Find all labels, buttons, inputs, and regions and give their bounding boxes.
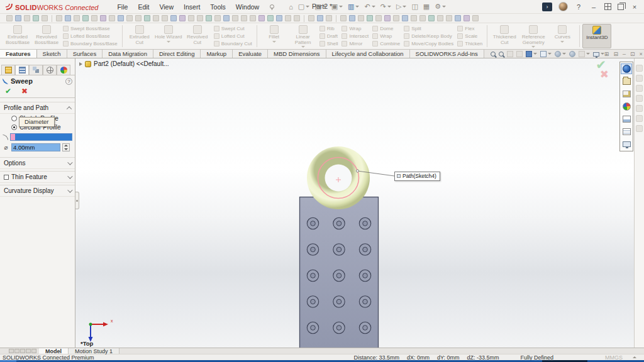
tab-direct-editing[interactable]: Direct Editing (153, 50, 201, 58)
minimize-button[interactable]: – (589, 3, 598, 11)
study-nav-button[interactable] (9, 349, 14, 353)
3dexperience-launcher-icon[interactable]: › (542, 3, 552, 11)
tab-data-migration[interactable]: Data Migration (103, 50, 153, 58)
curves-button[interactable]: Curves (548, 24, 577, 48)
apply-scene-icon[interactable] (579, 51, 590, 57)
custom-properties-icon[interactable] (621, 126, 632, 137)
section-curvature-display[interactable]: Curvature Display (0, 185, 75, 197)
tab-features[interactable]: Features (0, 50, 37, 58)
draft-button[interactable]: Draft (319, 33, 338, 40)
close-document-icon[interactable]: × (640, 51, 643, 57)
tab-mbd-dimensions[interactable]: MBD Dimensions (268, 50, 326, 58)
lofted-cut-button[interactable]: Lofted Cut (214, 33, 252, 40)
delete-keep-body-button[interactable]: Delete/Keep Body (404, 33, 453, 40)
edit-appearance-icon[interactable] (569, 51, 575, 57)
toolbar-icon[interactable] (250, 15, 256, 21)
path-selection-field[interactable] (10, 133, 72, 141)
toolbar-icon[interactable] (232, 15, 238, 21)
swept-boss-base-button[interactable]: Swept Boss/Base (63, 25, 118, 32)
tab-evaluate[interactable]: Evaluate (233, 50, 268, 58)
section-thin-feature[interactable]: Thin Feature (0, 171, 75, 183)
print-icon[interactable]: ▥ (346, 2, 361, 11)
study-nav-button[interactable] (20, 349, 25, 353)
tab-feature-manager[interactable] (1, 65, 15, 75)
tab-solidworks-add-ins[interactable]: SOLIDWORKS Add-Ins (410, 50, 484, 58)
toolbar-icon[interactable] (358, 15, 364, 21)
help-icon[interactable]: ? (574, 3, 583, 11)
toolbar-icon[interactable] (367, 15, 373, 21)
toolbar-icon[interactable] (109, 15, 115, 21)
flex-button[interactable]: Flex (457, 25, 482, 32)
toolbar-icon[interactable] (349, 15, 355, 21)
dropdown-caret-icon[interactable] (167, 41, 170, 43)
mirror-button[interactable]: Mirror (341, 40, 369, 47)
menu-view[interactable]: View (154, 2, 179, 12)
tab-sketch[interactable]: Sketch (37, 50, 67, 58)
toolbar-icon[interactable] (402, 15, 408, 21)
toolbar-icon[interactable] (82, 15, 89, 21)
intersect-button[interactable]: Intersect (341, 33, 369, 40)
boundary-cut-button[interactable]: Boundary Cut (214, 40, 252, 47)
view-settings-icon[interactable] (593, 52, 604, 57)
rib-button[interactable]: Rib (319, 25, 338, 32)
study-nav-button[interactable] (14, 349, 19, 353)
toolbar-icon[interactable] (65, 15, 71, 21)
thicken-button[interactable]: Thicken (457, 40, 482, 47)
restore-button[interactable] (618, 4, 624, 10)
toolbar-icon[interactable] (258, 15, 265, 21)
tab-model[interactable]: Model (39, 348, 69, 354)
toolbar-icon[interactable] (267, 15, 274, 21)
split-button[interactable]: Split (404, 25, 453, 32)
tab-display-manager[interactable] (57, 65, 70, 75)
expand-pane-icon[interactable]: ⊞ (604, 51, 609, 57)
toolbar-icon[interactable] (15, 15, 21, 21)
toolbar-icon[interactable] (33, 15, 39, 21)
toolbar-icon[interactable] (74, 15, 80, 21)
toolbar-icon[interactable] (393, 15, 399, 21)
status-caret-icon[interactable] (633, 356, 636, 358)
instant3d-button[interactable]: Instant3D (582, 24, 611, 48)
toolbar-icon[interactable] (162, 15, 168, 21)
toolbar-icon[interactable] (419, 15, 426, 21)
dropdown-caret-icon[interactable] (531, 46, 535, 48)
toolbar-icon[interactable] (42, 15, 48, 21)
pm-help-icon[interactable]: ? (65, 78, 72, 85)
toolbar-icon[interactable] (56, 15, 62, 21)
extruded-cut-button[interactable]: Extruded Cut (125, 24, 154, 48)
hole-wizard-button[interactable]: Hole Wizard (154, 24, 183, 48)
section-profile-and-path[interactable]: Profile and Path (0, 102, 75, 114)
diameter-input[interactable]: 4.00mm (11, 143, 60, 151)
toolbar-icon[interactable] (188, 15, 194, 21)
combine-button[interactable]: Combine (372, 40, 400, 47)
menu-window[interactable]: Window (231, 2, 264, 12)
toolbar-icon[interactable] (455, 15, 461, 21)
thin-feature-checkbox[interactable] (4, 175, 9, 180)
menu-file[interactable]: File (112, 2, 133, 12)
toolbar-icon[interactable] (308, 15, 314, 21)
toolbar-icon[interactable] (437, 15, 443, 21)
reference-geometry-button[interactable]: Reference Geometry (519, 24, 548, 48)
lofted-boss-base-button[interactable]: Lofted Boss/Base (63, 33, 118, 40)
restore-document-icon[interactable]: ⊡ (630, 51, 635, 57)
dropdown-caret-icon[interactable] (301, 46, 305, 48)
confirmation-corner-cancel-icon[interactable]: ✖ (600, 68, 609, 81)
home-icon[interactable]: ⌂ (287, 3, 295, 11)
options-gear-icon[interactable]: ⚙ (433, 2, 448, 11)
pin-menu-icon[interactable] (268, 4, 274, 10)
section-options[interactable]: Options (0, 157, 75, 169)
scale-button[interactable]: Scale (457, 33, 482, 40)
toolbar-icon[interactable] (223, 15, 230, 21)
toolbar-icon[interactable] (340, 15, 347, 21)
toolbar-icon[interactable] (464, 15, 470, 21)
tab-lifecycle-and-collaboration[interactable]: Lifecycle and Collaboration (326, 50, 410, 58)
layout-button[interactable] (604, 3, 611, 10)
forum-icon[interactable] (621, 139, 632, 150)
stepper-up-icon[interactable] (64, 145, 68, 146)
tab-motion-study-1[interactable]: Motion Study 1 (69, 348, 119, 354)
undo-icon[interactable]: ↶ (362, 2, 377, 11)
file-explorer-icon[interactable] (621, 89, 632, 99)
toolbar-icon[interactable] (326, 15, 332, 21)
diameter-stepper[interactable] (62, 143, 70, 151)
linear-pattern-button[interactable]: Linear Pattern (289, 24, 318, 48)
expand-arrow-icon[interactable] (79, 62, 82, 66)
